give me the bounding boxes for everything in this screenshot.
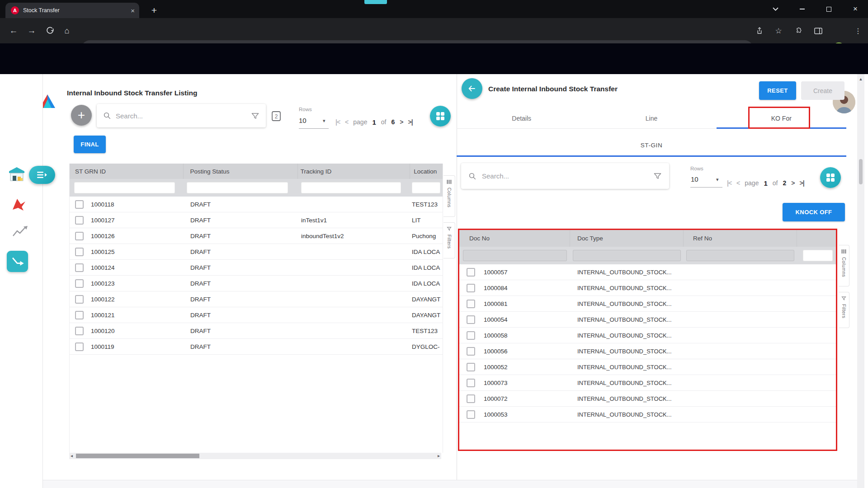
row-checkbox[interactable] xyxy=(75,295,84,304)
knock-off-button[interactable]: KNOCK OFF xyxy=(783,203,845,221)
table-row[interactable]: 1000072 INTERNAL_OUTBOUND_STOCK... xyxy=(459,391,836,407)
back-button[interactable] xyxy=(462,78,482,99)
vertical-scrollbar[interactable]: ▲ xyxy=(857,74,864,488)
hscroll-thumb[interactable] xyxy=(76,454,199,458)
listing-search-input[interactable] xyxy=(116,112,246,120)
row-checkbox[interactable] xyxy=(467,410,475,419)
split-view-icon[interactable]: 2 xyxy=(270,110,282,124)
back-icon[interactable]: ← xyxy=(5,18,22,43)
reset-button[interactable]: RESET xyxy=(759,81,796,100)
filter-input-ref-no[interactable] xyxy=(686,250,794,261)
ko-search-box[interactable] xyxy=(461,163,669,189)
columns-side-tab[interactable]: Columns xyxy=(443,175,455,217)
table-row[interactable]: 1000118 DRAFT TEST123 xyxy=(70,197,443,212)
rows-caret-icon[interactable]: ▾ xyxy=(323,118,326,124)
table-row[interactable]: 1000053 INTERNAL_OUTBOUND_STOCK... xyxy=(459,407,836,422)
home-icon[interactable]: ⌂ xyxy=(59,18,75,43)
apps-grid-button[interactable] xyxy=(430,106,451,127)
tab-ko-for[interactable]: KO For xyxy=(717,108,846,128)
add-record-button[interactable]: + xyxy=(71,105,92,126)
filter-input-st-grn-id[interactable] xyxy=(74,182,175,193)
row-checkbox[interactable] xyxy=(467,331,475,340)
col-header-tracking-id[interactable]: Tracking ID xyxy=(298,164,410,179)
rows-per-page-select[interactable]: 10 xyxy=(299,117,307,124)
browser-menu-dots-icon[interactable]: ⋮ xyxy=(850,18,866,43)
row-checkbox[interactable] xyxy=(75,343,84,351)
table-row[interactable]: 1000081 INTERNAL_OUTBOUND_STOCK... xyxy=(459,296,836,312)
table-row[interactable]: 1000123 DRAFT IDA LOCA xyxy=(70,276,443,291)
row-checkbox[interactable] xyxy=(467,284,475,292)
row-checkbox[interactable] xyxy=(75,327,84,335)
warehouse-applet-icon[interactable] xyxy=(7,165,26,184)
share-icon[interactable] xyxy=(751,18,768,43)
tab-close-icon[interactable]: × xyxy=(131,7,135,14)
tab-line[interactable]: Line xyxy=(586,108,716,128)
table-row[interactable]: 1000127 DRAFT inTest1v1 LIT xyxy=(70,212,443,228)
table-row[interactable]: 1000124 DRAFT IDA LOCA xyxy=(70,260,443,276)
forward-icon[interactable]: → xyxy=(24,18,40,43)
scroll-right-icon[interactable]: ▸ xyxy=(438,453,440,458)
table-row[interactable]: 1000120 DRAFT TEST123 xyxy=(70,323,443,339)
bookmark-star-icon[interactable]: ☆ xyxy=(770,18,787,43)
browser-tab[interactable]: A Stock Transfer × xyxy=(5,3,139,18)
listing-search-box[interactable] xyxy=(97,104,266,127)
reload-icon[interactable] xyxy=(42,18,58,43)
table-row[interactable]: 1000057 INTERNAL_OUTBOUND_STOCK... xyxy=(459,264,836,280)
table-row[interactable]: 1000056 INTERNAL_OUTBOUND_STOCK... xyxy=(459,343,836,359)
final-button[interactable]: FINAL xyxy=(74,136,106,153)
analytics-chart-icon[interactable] xyxy=(12,225,28,238)
table-row[interactable]: 1000073 INTERNAL_OUTBOUND_STOCK... xyxy=(459,375,836,391)
table-row[interactable]: 1000122 DRAFT DAYANGT xyxy=(70,291,443,307)
scroll-left-icon[interactable]: ◂ xyxy=(71,453,73,458)
row-checkbox[interactable] xyxy=(467,347,475,356)
apps-grid-button[interactable] xyxy=(820,167,841,188)
filter-input-doc-type[interactable] xyxy=(573,250,681,261)
table-row[interactable]: 1000052 INTERNAL_OUTBOUND_STOCK... xyxy=(459,359,836,375)
filter-funnel-icon[interactable] xyxy=(653,172,662,180)
extensions-puzzle-icon[interactable] xyxy=(790,18,807,43)
table-row[interactable]: 1000119 DRAFT DYGLOC- xyxy=(70,339,443,355)
create-button-disabled[interactable]: Create xyxy=(801,81,844,100)
last-page-icon[interactable]: >| xyxy=(408,118,412,126)
col-header-ref-no[interactable]: Ref No xyxy=(684,230,797,247)
filter-input-tracking-id[interactable] xyxy=(301,182,401,193)
row-checkbox[interactable] xyxy=(75,263,84,272)
last-page-icon[interactable]: >| xyxy=(799,179,804,187)
row-checkbox[interactable] xyxy=(75,279,84,288)
row-checkbox[interactable] xyxy=(75,248,84,256)
tab-search-chevron-icon[interactable] xyxy=(765,0,786,18)
subtab-st-gin[interactable]: ST-GIN xyxy=(457,142,846,149)
window-maximize-button[interactable] xyxy=(818,0,839,18)
col-header-posting-status[interactable]: Posting Status xyxy=(184,164,297,179)
table-row[interactable]: 1000084 INTERNAL_OUTBOUND_STOCK... xyxy=(459,280,836,296)
filters-side-tab[interactable]: Filters xyxy=(839,292,849,328)
red-applet-icon[interactable] xyxy=(10,196,27,213)
vscroll-thumb[interactable] xyxy=(859,159,863,184)
row-checkbox[interactable] xyxy=(75,216,84,225)
filters-side-tab[interactable]: Filters xyxy=(443,222,455,258)
row-checkbox[interactable] xyxy=(75,311,84,319)
new-tab-button[interactable]: + xyxy=(147,4,161,17)
filter-funnel-icon[interactable] xyxy=(251,112,259,120)
rows-caret-icon[interactable]: ▾ xyxy=(716,177,719,183)
next-page-icon[interactable]: > xyxy=(791,179,794,187)
prev-page-icon[interactable]: < xyxy=(736,179,740,187)
col-header-location[interactable]: Location xyxy=(410,164,443,179)
stock-transfer-nav-button[interactable] xyxy=(7,251,28,272)
columns-side-tab[interactable]: Columns xyxy=(839,245,849,286)
col-header-doc-type[interactable]: Doc Type xyxy=(570,230,684,247)
filter-input-location[interactable] xyxy=(412,182,440,193)
table-row[interactable]: 1000125 DRAFT IDA LOCA xyxy=(70,244,443,260)
filter-input-doc-no[interactable] xyxy=(463,250,567,261)
row-checkbox[interactable] xyxy=(467,315,475,324)
prev-page-icon[interactable]: < xyxy=(345,118,348,126)
row-checkbox[interactable] xyxy=(467,268,475,277)
window-close-button[interactable]: × xyxy=(845,0,866,18)
first-page-icon[interactable]: |< xyxy=(727,179,731,187)
filter-input-posting-status[interactable] xyxy=(187,182,288,193)
table-row[interactable]: 1000121 DRAFT DAYANGT xyxy=(70,307,443,323)
window-minimize-button[interactable] xyxy=(792,0,812,18)
row-checkbox[interactable] xyxy=(467,300,475,308)
row-checkbox[interactable] xyxy=(467,394,475,403)
row-checkbox[interactable] xyxy=(75,200,84,209)
